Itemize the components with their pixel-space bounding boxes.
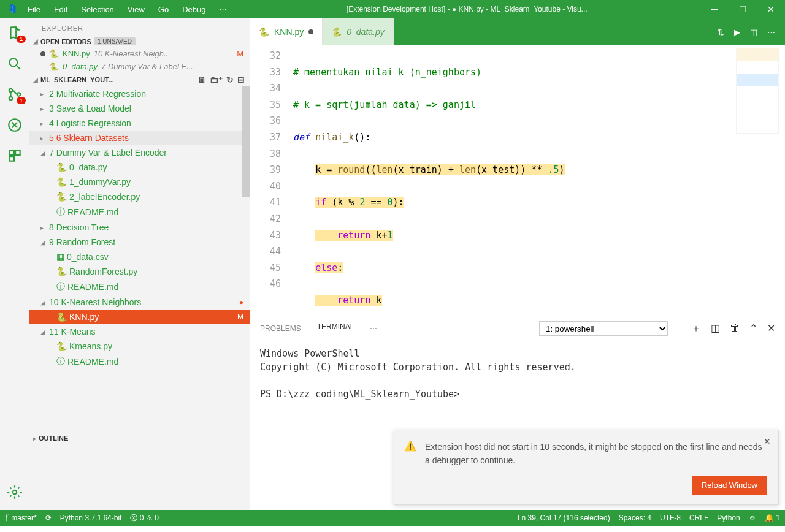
python-file-icon: 🐍 xyxy=(49,49,59,58)
main-menu: File Edit Selection View Go Debug ⋯ xyxy=(21,2,233,17)
encoding[interactable]: UTF-8 xyxy=(660,514,681,522)
collapse-icon[interactable]: ⊟ xyxy=(237,75,245,85)
sidebar: EXPLORER ◢ OPEN EDITORS 1 UNSAVED 🐍 KNN.… xyxy=(29,18,250,510)
close-icon[interactable]: ✕ xyxy=(764,436,771,446)
tree-folder[interactable]: ◢11 K-Means xyxy=(29,324,250,339)
activity-bar: 1 1 xyxy=(0,18,29,510)
tree-folder[interactable]: ◢10 K-Nearest Neighbors● xyxy=(29,295,250,310)
menu-file[interactable]: File xyxy=(21,2,47,17)
svg-point-1 xyxy=(9,89,12,92)
tab-terminal[interactable]: TERMINAL xyxy=(317,322,354,335)
feedback-icon[interactable]: ☺ xyxy=(749,514,756,522)
outline-header[interactable]: ▸ OUTLINE xyxy=(29,433,250,444)
tree-folder[interactable]: ▸8 Decision Tree xyxy=(29,220,250,235)
compare-icon[interactable]: ⇅ xyxy=(718,28,724,37)
tab-knn[interactable]: 🐍 KNN.py xyxy=(250,18,323,45)
indent-info[interactable]: Spaces: 4 xyxy=(619,514,651,522)
tree-file[interactable]: ⓘREADME.md xyxy=(29,204,250,220)
split-editor-icon[interactable]: ◫ xyxy=(750,28,757,37)
svg-rect-5 xyxy=(9,150,14,155)
split-terminal-icon[interactable]: ◫ xyxy=(711,322,720,335)
notification-toast: ⚠️ ✕ Extension host did not start in 10 … xyxy=(394,430,779,505)
tree-folder[interactable]: ▸2 Multivariate Regression xyxy=(29,86,250,101)
tab-bar: 🐍 KNN.py 🐍 0_data.py ⇅ ▶ ◫ ⋯ xyxy=(250,18,785,45)
git-branch[interactable]: ᚶ master* xyxy=(5,514,37,522)
cursor-position[interactable]: Ln 39, Col 17 (116 selected) xyxy=(518,514,610,522)
tree-file[interactable]: 🐍2_labelEncoder.py xyxy=(29,189,250,204)
tree-file[interactable]: 🐍KNN.pyM xyxy=(29,310,250,324)
tree-file[interactable]: ⓘREADME.md xyxy=(29,279,250,295)
tree-folder[interactable]: ▸5 6 Sklearn Datasets xyxy=(29,131,250,145)
menu-view[interactable]: View xyxy=(121,2,151,17)
notification-message: Extension host did not start in 10 secon… xyxy=(425,440,767,467)
new-folder-icon[interactable]: 🗀⁺ xyxy=(210,75,223,85)
new-file-icon[interactable]: 🗎 xyxy=(197,75,206,85)
dirty-dot-icon xyxy=(40,51,45,56)
menu-debug[interactable]: Debug xyxy=(176,2,212,17)
search-icon[interactable] xyxy=(6,55,23,72)
window-controls: ─ ☐ ✕ xyxy=(700,0,785,18)
menu-selection[interactable]: Selection xyxy=(75,2,120,17)
menu-edit[interactable]: Edit xyxy=(48,2,74,17)
more-icon[interactable]: ⋯ xyxy=(767,28,775,37)
tree-folder[interactable]: ◢7 Dummy Var & Label Encoder xyxy=(29,145,250,160)
eol[interactable]: CRLF xyxy=(689,514,708,522)
tree-file[interactable]: ⓘREADME.md xyxy=(29,354,250,370)
file-tree: ▸2 Multivariate Regression▸3 Save & Load… xyxy=(29,86,250,433)
code-text[interactable]: # menentukan nilai k (n_neighbors) # k =… xyxy=(293,45,785,317)
reload-window-button[interactable]: Reload Window xyxy=(692,476,767,495)
extensions-icon[interactable] xyxy=(6,147,23,164)
editor-area: 🐍 KNN.py 🐍 0_data.py ⇅ ▶ ◫ ⋯ 32333435363… xyxy=(250,18,785,510)
project-header[interactable]: ◢ ML_SKLEARN_YOUT... 🗎 🗀⁺ ↻ ⊟ xyxy=(29,73,250,86)
tree-folder[interactable]: ◢9 Random Forest xyxy=(29,235,250,249)
warning-icon: ⚠️ xyxy=(404,440,416,452)
python-file-icon: 🐍 xyxy=(259,27,269,37)
svg-point-8 xyxy=(13,490,17,495)
tree-file[interactable]: ▦0_data.csv xyxy=(29,249,250,264)
sidebar-title: EXPLORER xyxy=(29,18,250,36)
bell-icon[interactable]: 🔔 1 xyxy=(765,514,780,522)
status-bar: ᚶ master* ⟳ Python 3.7.1 64-bit ⓧ 0 ⚠ 0 … xyxy=(0,510,785,526)
python-file-icon: 🐍 xyxy=(49,62,59,71)
tree-file[interactable]: 🐍1_dummyVar.py xyxy=(29,175,250,189)
code-editor[interactable]: 323334353637383940414243444546 # menentu… xyxy=(250,45,785,317)
tree-file[interactable]: 🐍Kmeans.py xyxy=(29,339,250,354)
tab-0data[interactable]: 🐍 0_data.py xyxy=(323,18,394,45)
settings-gear-icon[interactable] xyxy=(6,484,23,501)
tree-file[interactable]: 🐍0_data.py xyxy=(29,160,250,175)
terminal-select[interactable]: 1: powershell xyxy=(539,321,668,336)
python-env[interactable]: Python 3.7.1 64-bit xyxy=(60,514,122,522)
svg-rect-7 xyxy=(9,156,14,161)
open-editor-item[interactable]: 🐍 KNN.py 10 K-Nearest Neigh... M xyxy=(29,47,250,60)
maximize-panel-icon[interactable]: ⌃ xyxy=(749,322,757,335)
tab-more[interactable]: ⋯ xyxy=(370,324,377,333)
tree-folder[interactable]: ▸4 Logistic Regression xyxy=(29,116,250,131)
tree-folder[interactable]: ▸3 Save & Load Model xyxy=(29,101,250,116)
bottom-panel: PROBLEMS TERMINAL ⋯ 1: powershell ＋ ◫ 🗑 … xyxy=(250,317,785,510)
source-control-icon[interactable]: 1 xyxy=(6,86,23,103)
debug-icon[interactable] xyxy=(6,116,23,134)
tree-file[interactable]: 🐍RandomForest.py xyxy=(29,264,250,279)
open-editor-item[interactable]: 🐍 0_data.py 7 Dummy Var & Label E... xyxy=(29,60,250,73)
menu-go[interactable]: Go xyxy=(152,2,175,17)
problems-count[interactable]: ⓧ 0 ⚠ 0 xyxy=(130,513,158,523)
window-title: [Extension Development Host] - ● KNN.py … xyxy=(233,5,700,13)
explorer-icon[interactable]: 1 xyxy=(6,25,23,42)
close-panel-icon[interactable]: ✕ xyxy=(767,322,775,335)
refresh-icon[interactable]: ↻ xyxy=(226,75,234,85)
new-terminal-icon[interactable]: ＋ xyxy=(691,322,701,335)
close-button[interactable]: ✕ xyxy=(757,0,785,18)
line-gutter: 323334353637383940414243444546 xyxy=(250,45,293,317)
language-mode[interactable]: Python xyxy=(717,514,740,522)
maximize-button[interactable]: ☐ xyxy=(729,0,757,18)
tab-problems[interactable]: PROBLEMS xyxy=(260,324,301,333)
sync-icon[interactable]: ⟳ xyxy=(45,514,52,522)
tree-scrollbar[interactable] xyxy=(242,86,250,197)
menu-more[interactable]: ⋯ xyxy=(213,2,233,17)
run-icon[interactable]: ▶ xyxy=(734,28,740,37)
svg-point-2 xyxy=(9,97,12,100)
open-editors-header[interactable]: ◢ OPEN EDITORS 1 UNSAVED xyxy=(29,36,250,47)
minimap[interactable] xyxy=(736,48,779,134)
minimize-button[interactable]: ─ xyxy=(700,0,729,18)
kill-terminal-icon[interactable]: 🗑 xyxy=(730,322,740,335)
